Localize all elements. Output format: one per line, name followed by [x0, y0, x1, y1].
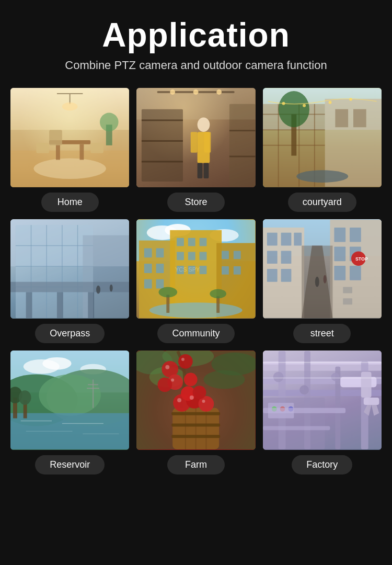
svg-rect-106 — [281, 269, 291, 282]
svg-rect-28 — [229, 104, 255, 187]
grid-item-home: Home — [10, 88, 129, 212]
grid-item-farm: Farm — [136, 351, 255, 474]
svg-point-153 — [181, 358, 185, 361]
svg-point-43 — [278, 91, 309, 127]
svg-point-118 — [315, 277, 319, 287]
svg-rect-89 — [234, 251, 241, 259]
svg-text:YCS SPY: YCS SPY — [175, 266, 200, 273]
svg-rect-190 — [263, 408, 345, 413]
grid-item-reservoir: Reservoir — [10, 351, 129, 474]
svg-point-189 — [331, 373, 339, 381]
label-reservoir: Reservoir — [35, 455, 105, 474]
svg-rect-73 — [144, 264, 152, 273]
svg-rect-91 — [234, 266, 241, 275]
svg-rect-103 — [267, 251, 278, 264]
svg-point-11 — [100, 113, 119, 132]
svg-point-92 — [149, 302, 243, 318]
image-farm — [136, 351, 255, 450]
svg-rect-105 — [267, 269, 278, 282]
svg-rect-34 — [353, 109, 366, 128]
svg-point-187 — [273, 372, 283, 382]
svg-rect-109 — [350, 228, 361, 242]
svg-point-45 — [282, 102, 285, 105]
svg-point-167 — [177, 398, 181, 402]
label-overpass: Overpass — [35, 324, 105, 343]
svg-point-150 — [184, 373, 198, 387]
grid-item-factory: Factory — [263, 351, 382, 474]
svg-point-64 — [96, 286, 100, 294]
svg-rect-76 — [156, 279, 164, 289]
svg-rect-33 — [335, 109, 348, 128]
svg-point-168 — [190, 396, 194, 400]
grid-item-courtyard: courtyard — [263, 88, 382, 212]
svg-rect-25 — [204, 132, 211, 153]
page-container: Application Combine PTZ camera and outdo… — [0, 0, 392, 503]
svg-point-128 — [39, 375, 101, 416]
svg-rect-192 — [263, 362, 382, 363]
svg-rect-88 — [222, 251, 229, 259]
svg-point-151 — [158, 378, 172, 392]
image-community: YCS SPY — [136, 219, 255, 319]
svg-point-119 — [323, 275, 326, 284]
svg-rect-121 — [343, 298, 352, 304]
svg-rect-5 — [36, 143, 49, 153]
svg-rect-181 — [363, 398, 379, 405]
svg-point-146 — [204, 370, 245, 389]
svg-rect-6 — [90, 143, 103, 153]
image-store — [136, 88, 255, 187]
page-subtitle: Combine PTZ camera and outdoor camera fu… — [10, 59, 382, 72]
grid-item-overpass: Overpass — [10, 219, 129, 343]
svg-rect-86 — [200, 266, 207, 274]
label-store: Store — [167, 193, 225, 212]
label-home: Home — [41, 193, 99, 212]
svg-rect-180 — [361, 372, 371, 398]
svg-rect-102 — [294, 233, 302, 246]
svg-rect-21 — [142, 161, 183, 162]
svg-point-12 — [62, 103, 78, 111]
svg-point-148 — [178, 354, 193, 369]
svg-point-15 — [170, 89, 176, 95]
svg-point-140 — [19, 390, 31, 405]
svg-point-124 — [42, 357, 71, 370]
grid-item-community: YCS SPY Community — [136, 219, 255, 343]
svg-rect-193 — [263, 378, 382, 379]
svg-point-46 — [303, 104, 306, 107]
svg-rect-72 — [156, 248, 164, 257]
label-factory: Factory — [292, 455, 352, 474]
svg-rect-27 — [204, 163, 209, 178]
image-home — [10, 88, 129, 187]
label-farm: Farm — [167, 455, 225, 474]
svg-rect-75 — [144, 279, 152, 289]
grid-row-2: Overpass — [10, 219, 382, 343]
svg-rect-110 — [334, 246, 345, 261]
svg-rect-83 — [200, 252, 207, 260]
svg-point-48 — [349, 98, 352, 101]
svg-rect-95 — [217, 296, 220, 313]
svg-rect-71 — [144, 248, 152, 257]
svg-rect-7 — [49, 130, 62, 145]
svg-rect-104 — [281, 251, 291, 264]
svg-rect-3 — [56, 144, 60, 160]
svg-rect-93 — [167, 295, 170, 313]
grid-item-store: Store — [136, 88, 255, 212]
svg-point-16 — [193, 89, 199, 95]
svg-point-166 — [193, 386, 206, 399]
svg-text:STOP: STOP — [355, 256, 368, 262]
svg-point-44 — [296, 170, 348, 183]
svg-rect-113 — [350, 266, 361, 280]
svg-rect-63 — [16, 225, 93, 318]
image-reservoir — [10, 351, 129, 450]
svg-rect-79 — [188, 238, 195, 246]
image-street: STOP — [263, 219, 382, 319]
svg-point-22 — [198, 117, 210, 132]
label-courtyard: courtyard — [288, 193, 356, 212]
grid-row-1: Home — [10, 88, 382, 212]
label-community: Community — [157, 324, 234, 343]
svg-rect-101 — [281, 233, 291, 246]
svg-point-94 — [159, 287, 178, 298]
svg-rect-108 — [334, 228, 345, 242]
svg-rect-81 — [177, 252, 184, 260]
svg-rect-120 — [343, 287, 352, 293]
svg-point-154 — [171, 378, 175, 381]
image-courtyard — [263, 88, 382, 187]
